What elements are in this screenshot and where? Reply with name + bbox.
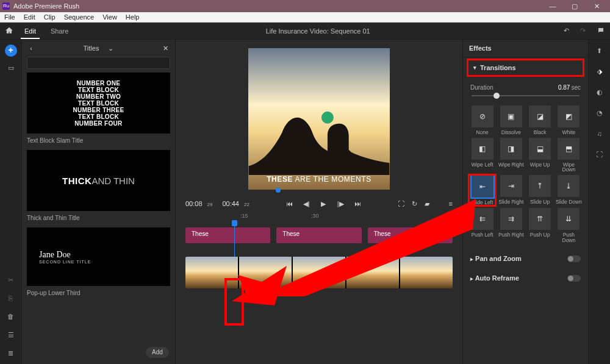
add-button[interactable]: Add bbox=[146, 347, 169, 358]
add-media-button[interactable]: + bbox=[5, 45, 17, 57]
video-clip[interactable] bbox=[239, 257, 292, 288]
video-clip[interactable] bbox=[185, 257, 238, 288]
menu-view[interactable]: View bbox=[98, 12, 121, 22]
transition-icon: ◧ bbox=[472, 138, 493, 160]
titles-tool-icon[interactable]: ⬆ bbox=[594, 45, 606, 57]
pan-zoom-toggle[interactable] bbox=[567, 255, 581, 262]
loop-icon[interactable]: ↻ bbox=[412, 200, 417, 208]
frame-back-icon[interactable]: ◀| bbox=[302, 199, 310, 208]
fullscreen-icon[interactable]: ⛶ bbox=[398, 200, 404, 208]
video-clip[interactable] bbox=[293, 257, 345, 288]
transition-wipe-left[interactable]: ◧Wipe Left bbox=[469, 138, 495, 173]
effects-panel: Effects ▾ Transitions Duration 0.87sec ⊘… bbox=[462, 40, 588, 364]
comments-icon[interactable] bbox=[597, 27, 605, 35]
thumb-line: TEXT BLOCK bbox=[78, 87, 119, 93]
close-button[interactable]: ✕ bbox=[589, 2, 604, 10]
menu-sequence[interactable]: Sequence bbox=[60, 12, 99, 22]
redo-icon[interactable]: ↷ bbox=[580, 27, 586, 35]
transition-wipe-right[interactable]: ◨Wipe Right bbox=[498, 138, 524, 173]
caption-bold: THESE bbox=[267, 175, 293, 184]
transition-slide-up[interactable]: ⤒Slide Up bbox=[527, 175, 553, 206]
transition-wipe-up[interactable]: ⬓Wipe Up bbox=[527, 138, 553, 173]
video-clip[interactable] bbox=[346, 257, 399, 288]
title-preset-card[interactable]: NUMBER ONE TEXT BLOCK NUMBER TWO TEXT BL… bbox=[27, 73, 170, 145]
duration-value: 0.87 bbox=[558, 84, 570, 91]
playhead-marker[interactable] bbox=[276, 188, 281, 193]
undo-icon[interactable]: ↶ bbox=[564, 27, 569, 35]
transition-label: Slide Up bbox=[530, 199, 550, 205]
title-clip[interactable]: These bbox=[185, 227, 270, 243]
transition-icon: ⇉ bbox=[500, 208, 522, 230]
project-panel-icon[interactable]: ▭ bbox=[5, 62, 17, 74]
title-clip[interactable]: These bbox=[276, 227, 361, 243]
back-icon[interactable]: ‹ bbox=[27, 45, 35, 52]
speed-tool-icon[interactable]: ◔ bbox=[594, 107, 606, 119]
frame-fwd-icon[interactable]: |▶ bbox=[336, 199, 345, 208]
transition-slide-down[interactable]: ⤓Slide Down bbox=[556, 175, 582, 206]
window-titlebar: Ru Adobe Premiere Rush — ▢ ✕ bbox=[0, 0, 610, 12]
title-preset-card[interactable]: Jane DoeSECOND LINE TITLE Pop-up Lower T… bbox=[27, 227, 170, 298]
transition-push-right[interactable]: ⇉Push Right bbox=[498, 208, 524, 243]
transitions-tool-icon[interactable]: ⬗ bbox=[594, 65, 606, 77]
menu-edit[interactable]: Edit bbox=[20, 12, 40, 22]
video-track[interactable] bbox=[185, 257, 453, 288]
transform-tool-icon[interactable]: ⛶ bbox=[594, 148, 606, 160]
transition-push-down[interactable]: ⇊Push Down bbox=[556, 208, 582, 243]
transition-dissolve[interactable]: ▣Dissolve bbox=[498, 105, 524, 135]
audio-tool-icon[interactable]: ♫ bbox=[594, 127, 606, 140]
level-icon[interactable]: ▰ bbox=[425, 200, 429, 208]
pan-zoom-section-header[interactable]: ▸ Pan and Zoom bbox=[463, 249, 588, 268]
transition-icon: ◪ bbox=[529, 105, 551, 127]
transition-push-left[interactable]: ⇇Push Left bbox=[469, 208, 495, 243]
menu-help[interactable]: Help bbox=[121, 12, 144, 22]
transition-icon: ⬒ bbox=[558, 138, 580, 160]
duplicate-icon[interactable]: ⎘ bbox=[5, 292, 17, 304]
video-clip[interactable] bbox=[400, 257, 453, 288]
menu-bar: File Edit Clip Sequence View Help bbox=[0, 12, 610, 23]
transition-icon: ⤓ bbox=[558, 175, 580, 197]
transition-wipe-down[interactable]: ⬒Wipe Down bbox=[556, 138, 582, 173]
home-icon[interactable] bbox=[5, 26, 13, 36]
transition-push-up[interactable]: ⇈Push Up bbox=[527, 208, 553, 243]
transition-icon: ⇤ bbox=[472, 176, 493, 198]
thumb-line: NUMBER TWO bbox=[76, 93, 121, 100]
auto-reframe-section-header[interactable]: ▸ Auto Reframe bbox=[463, 268, 588, 288]
title-clip[interactable]: These bbox=[368, 227, 453, 243]
chevron-right-icon: ▸ bbox=[470, 276, 473, 282]
timeline-options-icon[interactable]: ≡ bbox=[449, 200, 453, 208]
transition-slide-left[interactable]: ⇤Slide Left bbox=[469, 175, 495, 206]
menu-clip[interactable]: Clip bbox=[40, 12, 60, 22]
transition-white[interactable]: ◩White bbox=[556, 105, 582, 135]
chevron-right-icon: ▸ bbox=[470, 256, 473, 262]
skip-back-icon[interactable]: ⏮ bbox=[285, 199, 293, 208]
trash-icon[interactable]: 🗑 bbox=[5, 310, 17, 323]
auto-reframe-toggle[interactable] bbox=[567, 275, 581, 282]
scissors-icon[interactable]: ✂ bbox=[5, 274, 17, 286]
duration-slider[interactable] bbox=[472, 92, 580, 99]
skip-fwd-icon[interactable]: ⏭ bbox=[353, 199, 362, 208]
maximize-button[interactable]: ▢ bbox=[567, 2, 582, 10]
tab-edit[interactable]: Edit bbox=[21, 24, 40, 38]
transition-slide-right[interactable]: ⇥Slide Right bbox=[498, 175, 524, 206]
transition-black[interactable]: ◪Black bbox=[527, 105, 553, 135]
track-view-icon[interactable]: ☰ bbox=[5, 329, 17, 341]
transition-label: Push Right bbox=[498, 232, 524, 238]
color-tool-icon[interactable]: ◐ bbox=[594, 86, 606, 98]
expand-tracks-icon[interactable]: ≣ bbox=[5, 347, 17, 359]
play-icon[interactable]: ▶ bbox=[319, 199, 328, 208]
transition-none[interactable]: ⊘None bbox=[469, 105, 495, 135]
clip-label: These bbox=[374, 230, 391, 237]
transition-label: None bbox=[476, 130, 488, 135]
transition-icon: ⇥ bbox=[500, 175, 522, 197]
search-input[interactable] bbox=[27, 57, 170, 69]
transitions-section-header[interactable]: ▾ Transitions bbox=[468, 60, 583, 75]
thumb-line: NUMBER FOUR bbox=[74, 120, 122, 127]
menu-file[interactable]: File bbox=[0, 12, 20, 22]
minimize-button[interactable]: — bbox=[545, 2, 560, 10]
panel-close-icon[interactable]: ✕ bbox=[163, 45, 170, 52]
time-ruler[interactable]: :15 :30 bbox=[176, 210, 462, 224]
tab-share[interactable]: Share bbox=[47, 24, 72, 38]
title-preset-card[interactable]: THICKAND THIN Thick and Thin Title bbox=[27, 150, 170, 223]
dropdown-icon[interactable]: ⌄ bbox=[106, 45, 115, 52]
transition-label: Push Down bbox=[556, 232, 582, 243]
